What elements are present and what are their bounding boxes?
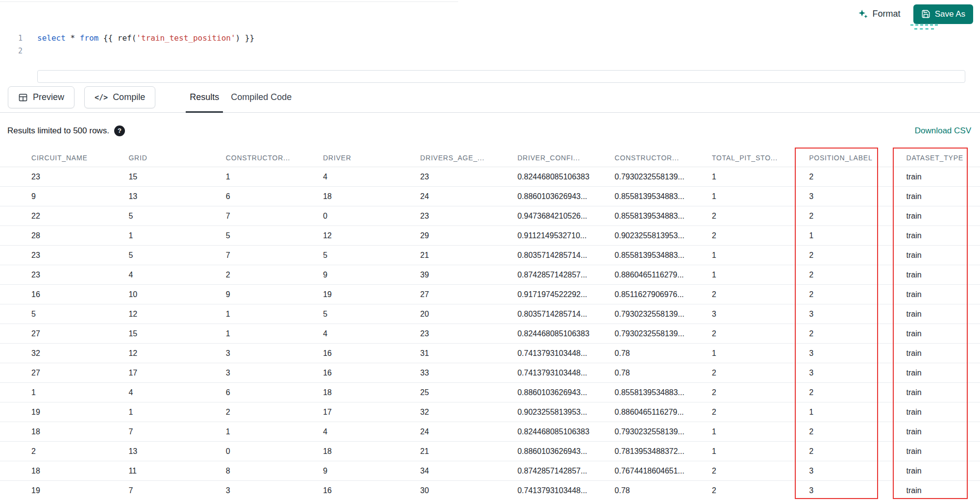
table-cell: train bbox=[906, 192, 980, 201]
table-cell: 1 bbox=[809, 408, 906, 417]
table-cell: 27 bbox=[31, 329, 128, 338]
save-as-label: Save As bbox=[935, 9, 965, 19]
table-cell: 0.9023255813953... bbox=[614, 231, 711, 240]
code-token: select bbox=[37, 33, 66, 43]
table-cell: 9 bbox=[323, 271, 420, 279]
table-cell: 12 bbox=[323, 231, 420, 240]
table-cell: 0.78 bbox=[614, 369, 711, 377]
table-cell: 4 bbox=[128, 271, 225, 279]
save-as-button[interactable]: Save As bbox=[913, 4, 973, 24]
table-cell: 11 bbox=[128, 467, 225, 475]
table-cell: 2 bbox=[31, 447, 128, 456]
table-cell: 2 bbox=[809, 447, 906, 456]
table-cell: 13 bbox=[128, 192, 225, 201]
code-token: {{ ref( bbox=[98, 33, 136, 43]
table-cell: 18 bbox=[323, 388, 420, 397]
table-cell: 1 bbox=[712, 192, 809, 201]
table-cell: 23 bbox=[31, 271, 128, 279]
table-cell: 0.8860465116279... bbox=[614, 271, 711, 279]
table-cell: 1 bbox=[226, 329, 323, 338]
table-cell: 34 bbox=[420, 467, 517, 475]
table-cell: 27 bbox=[420, 290, 517, 299]
format-button[interactable]: Format bbox=[858, 9, 901, 20]
table-cell: 3 bbox=[226, 349, 323, 358]
table-cell: 1 bbox=[226, 173, 323, 181]
column-header: CIRCUIT_NAME bbox=[31, 154, 128, 162]
code-token: from bbox=[80, 33, 99, 43]
table-cell: train bbox=[906, 486, 980, 495]
table-cell: 0 bbox=[323, 212, 420, 221]
table-cell: 13 bbox=[128, 447, 225, 456]
table-cell: 0.8860103626943... bbox=[517, 447, 614, 456]
table-grid-icon bbox=[18, 93, 28, 102]
table-cell: 0.824468085106383 bbox=[517, 173, 614, 181]
table-cell: 16 bbox=[323, 369, 420, 377]
dbt-ide-query-panel: { "colors": { "accent": "#067a6f", "high… bbox=[0, 0, 980, 500]
table-cell: 0.8860465116279... bbox=[614, 408, 711, 417]
table-cell: 0.8860103626943... bbox=[517, 192, 614, 201]
sql-editor[interactable]: 12 select * from {{ ref('train_test_posi… bbox=[0, 28, 980, 82]
table-cell: 2 bbox=[712, 408, 809, 417]
table-cell: 1 bbox=[712, 349, 809, 358]
table-cell: 5 bbox=[323, 310, 420, 319]
table-row: 271514230.8244680851063830.7930232558139… bbox=[0, 324, 980, 344]
table-cell: 2 bbox=[712, 212, 809, 221]
column-header: TOTAL_PIT_STO... bbox=[712, 154, 809, 162]
table-cell: 5 bbox=[31, 310, 128, 319]
table-cell: 3 bbox=[226, 369, 323, 377]
table-cell: 3 bbox=[712, 310, 809, 319]
table-cell: 19 bbox=[31, 408, 128, 417]
column-header: POSITION_LABEL bbox=[809, 154, 906, 162]
table-cell: 0.78 bbox=[614, 486, 711, 495]
table-cell: 2 bbox=[809, 388, 906, 397]
table-cell: 2 bbox=[809, 251, 906, 260]
save-icon bbox=[921, 9, 931, 19]
table-cell: 1 bbox=[712, 427, 809, 436]
table-cell: 7 bbox=[128, 486, 225, 495]
tab-results[interactable]: Results bbox=[184, 82, 225, 112]
table-cell: 1 bbox=[712, 173, 809, 181]
code-line-2[interactable] bbox=[37, 45, 980, 57]
table-cell: 16 bbox=[323, 486, 420, 495]
table-cell: 21 bbox=[420, 251, 517, 260]
tab-compiled-code[interactable]: Compiled Code bbox=[225, 82, 297, 112]
table-cell: 5 bbox=[128, 251, 225, 260]
table-row: 51215200.8035714285714...0.7930232558139… bbox=[0, 304, 980, 324]
table-cell: 3 bbox=[809, 349, 906, 358]
table-cell: 0 bbox=[226, 447, 323, 456]
table-cell: 29 bbox=[420, 231, 517, 240]
table-cell: 3 bbox=[809, 310, 906, 319]
table-row: 23429390.8742857142857...0.8860465116279… bbox=[0, 265, 980, 285]
table-cell: 5 bbox=[323, 251, 420, 260]
table-cell: 0.9171974522292... bbox=[517, 290, 614, 299]
table-cell: 2 bbox=[809, 212, 906, 221]
table-row: 213018210.8860103626943...0.781395348837… bbox=[0, 442, 980, 461]
code-token: * bbox=[66, 33, 80, 43]
table-cell: train bbox=[906, 388, 980, 397]
table-cell: 0.8558139534883... bbox=[614, 388, 711, 397]
table-cell: 0.8035714285714... bbox=[517, 251, 614, 260]
table-row: 913618240.8860103626943...0.855813953488… bbox=[0, 187, 980, 206]
table-cell: 3 bbox=[809, 369, 906, 377]
help-icon[interactable]: ? bbox=[114, 125, 125, 136]
table-cell: 18 bbox=[31, 427, 128, 436]
table-cell: 7 bbox=[226, 251, 323, 260]
table-cell: 2 bbox=[226, 408, 323, 417]
table-cell: 2 bbox=[712, 388, 809, 397]
table-cell: 4 bbox=[323, 173, 420, 181]
compile-button[interactable]: </> Compile bbox=[84, 86, 155, 108]
table-cell: 22 bbox=[31, 212, 128, 221]
table-cell: 19 bbox=[31, 486, 128, 495]
table-cell: 0.7674418604651... bbox=[614, 467, 711, 475]
table-cell: 0.7813953488372... bbox=[614, 447, 711, 456]
download-csv-link[interactable]: Download CSV bbox=[915, 126, 971, 136]
table-cell: 2 bbox=[712, 486, 809, 495]
code-area[interactable]: select * from {{ ref('train_test_positio… bbox=[37, 32, 980, 82]
table-cell: 0.8558139534883... bbox=[614, 212, 711, 221]
table-cell: 32 bbox=[31, 349, 128, 358]
preview-button[interactable]: Preview bbox=[8, 86, 74, 108]
table-cell: train bbox=[906, 251, 980, 260]
table-cell: 0.9023255813953... bbox=[517, 408, 614, 417]
table-cell: 2 bbox=[712, 329, 809, 338]
table-cell: train bbox=[906, 173, 980, 181]
